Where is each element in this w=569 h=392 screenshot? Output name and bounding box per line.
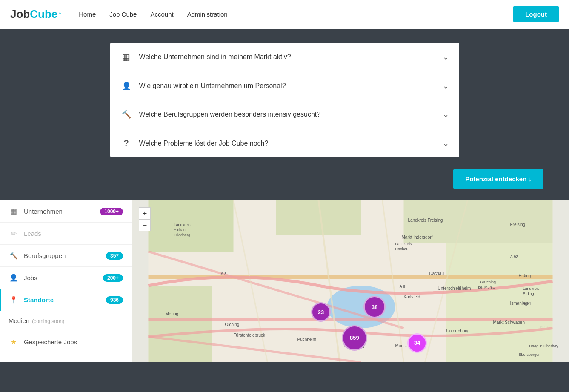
sidebar-item-jobs[interactable]: 👤 Jobs 200+ <box>0 267 132 289</box>
svg-text:bei Mün...: bei Mün... <box>478 285 495 289</box>
header: JobCube↑ Home Job Cube Account Administr… <box>0 0 569 29</box>
accordion-item-4: ? Welche Probleme löst der Job Cube noch… <box>110 129 459 157</box>
svg-text:Ismaning: Ismaning <box>510 301 528 306</box>
bottom-section: ▦ Unternehmen 1000+ ✏ Leads 🔨 Berufsgrup… <box>0 200 569 362</box>
sidebar-item-unternehmen[interactable]: ▦ Unternehmen 1000+ <box>0 200 132 223</box>
sidebar-item-berufsgruppen[interactable]: 🔨 Berufsgruppen 357 <box>0 245 132 267</box>
svg-text:Freising: Freising <box>510 222 526 227</box>
accordion-icon-2: 👤 <box>120 81 132 91</box>
svg-text:A 9: A 9 <box>400 284 406 289</box>
potenzial-button[interactable]: Potenzial entdecken ↓ <box>453 169 543 189</box>
sidebar-label-jobs: Jobs <box>24 274 103 281</box>
svg-text:Mering: Mering <box>166 312 179 316</box>
sidebar-label-leads: Leads <box>24 230 123 237</box>
map-cluster-34[interactable]: 34 <box>407 333 427 353</box>
badge-jobs: 200+ <box>103 274 123 282</box>
accordion-icon-1: ▦ <box>120 52 132 62</box>
chevron-icon-1: ⌄ <box>443 52 449 62</box>
svg-text:Landkreis Freising: Landkreis Freising <box>408 218 443 223</box>
svg-text:A 8: A 8 <box>221 272 227 276</box>
nav-job-cube[interactable]: Job Cube <box>109 11 137 18</box>
svg-text:Landkreis: Landkreis <box>523 286 540 291</box>
svg-text:Garching: Garching <box>480 280 496 284</box>
edit-icon: ✏ <box>9 229 19 237</box>
logo-cursor-icon: ↑ <box>57 9 62 19</box>
logo: JobCube↑ <box>10 8 62 21</box>
svg-text:Landkreis: Landkreis <box>174 223 191 227</box>
hammer-icon: 🔨 <box>9 252 19 260</box>
building-icon: ▦ <box>9 207 19 215</box>
svg-text:Karlsfeld: Karlsfeld <box>404 295 420 299</box>
svg-rect-1 <box>149 200 234 252</box>
sidebar: ▦ Unternehmen 1000+ ✏ Leads 🔨 Berufsgrup… <box>0 200 132 362</box>
nav-administration[interactable]: Administration <box>187 11 228 18</box>
svg-text:Fürstenfeldbruck: Fürstenfeldbruck <box>234 333 266 338</box>
svg-text:Dachau: Dachau <box>395 247 409 251</box>
svg-text:Unterfohring: Unterfohring <box>446 329 470 333</box>
accordion-icon-3: 🔨 <box>120 110 132 119</box>
sidebar-label-unternehmen: Unternehmen <box>24 208 100 215</box>
sidebar-item-leads[interactable]: ✏ Leads <box>0 223 132 245</box>
person-icon: 👤 <box>9 274 19 282</box>
logout-button[interactable]: Logout <box>513 6 559 22</box>
map-area: + − <box>132 200 569 362</box>
svg-text:Olching: Olching <box>225 322 240 327</box>
location-icon: 📍 <box>9 296 19 304</box>
chevron-icon-2: ⌄ <box>443 81 449 91</box>
star-icon: ★ <box>9 338 19 346</box>
sidebar-label-standorte: Standorte <box>24 296 106 303</box>
logo-cube-text: Cube <box>30 8 57 21</box>
map-zoom-in[interactable]: + <box>139 207 151 219</box>
main-content: ▦ Welche Unternehmen sind in meinem Mark… <box>0 29 569 362</box>
accordion-header-3[interactable]: 🔨 Welche Berufsgruppen werden besonders … <box>110 100 459 129</box>
svg-rect-4 <box>149 286 212 362</box>
accordion-header-1[interactable]: ▦ Welche Unternehmen sind in meinem Mark… <box>110 43 459 72</box>
badge-unternehmen: 1000+ <box>100 208 123 215</box>
svg-text:Erding: Erding <box>519 273 531 278</box>
sidebar-label-saved-jobs: Gespeicherte Jobs <box>24 338 123 346</box>
svg-text:Friedberg: Friedberg <box>174 233 191 237</box>
map-zoom-out[interactable]: − <box>139 219 151 231</box>
svg-text:Dachau: Dachau <box>429 271 444 276</box>
svg-text:Ebersberger: Ebersberger <box>519 352 540 357</box>
sidebar-item-standorte[interactable]: 📍 Standorte 936 <box>0 289 132 311</box>
svg-text:Unterschleißheim: Unterschleißheim <box>438 286 471 291</box>
chevron-icon-4: ⌄ <box>443 139 449 148</box>
svg-text:Markt Indersdorf: Markt Indersdorf <box>402 235 433 240</box>
map-controls: + − <box>139 207 151 231</box>
sidebar-item-saved-jobs[interactable]: ★ Gespeicherte Jobs <box>0 331 132 353</box>
chevron-icon-3: ⌄ <box>443 110 449 119</box>
accordion-item-2: 👤 Wie genau wirbt ein Unternehmen um Per… <box>110 72 459 100</box>
svg-text:Erding: Erding <box>523 292 534 296</box>
svg-text:A 92: A 92 <box>510 255 518 259</box>
accordion-item-1: ▦ Welche Unternehmen sind in meinem Mark… <box>110 43 459 72</box>
accordion-title-4: Welche Probleme löst der Job Cube noch? <box>139 140 269 147</box>
accordion-title-3: Welche Berufsgruppen werden besonders in… <box>139 111 321 118</box>
svg-text:Puchheim: Puchheim <box>297 337 316 342</box>
accordion-header-2[interactable]: 👤 Wie genau wirbt ein Unternehmen um Per… <box>110 72 459 100</box>
badge-standorte: 936 <box>106 296 123 304</box>
accordion: ▦ Welche Unternehmen sind in meinem Mark… <box>110 43 459 157</box>
svg-text:Poing: Poing <box>540 325 550 329</box>
potenzial-row: Potenzial entdecken ↓ <box>0 157 569 200</box>
svg-text:Markt Schwaben: Markt Schwaben <box>493 320 525 325</box>
accordion-title-2: Wie genau wirbt ein Unternehmen um Perso… <box>139 82 286 90</box>
accordion-header-4[interactable]: ? Welche Probleme löst der Job Cube noch… <box>110 129 459 157</box>
main-nav: Home Job Cube Account Administration <box>79 11 513 18</box>
medien-label: Medien <box>9 317 29 324</box>
svg-text:Landkreis: Landkreis <box>395 242 412 246</box>
sidebar-label-berufsgruppen: Berufsgruppen <box>24 252 106 259</box>
map-cluster-859[interactable]: 859 <box>342 325 367 351</box>
accordion-icon-4: ? <box>120 138 132 148</box>
logo-job-text: Job <box>10 8 30 21</box>
svg-text:Haag in Oberbay...: Haag in Oberbay... <box>529 344 561 348</box>
sidebar-item-medien: Medien(coming soon) <box>0 311 132 331</box>
accordion-title-1: Welche Unternehmen sind in meinem Markt … <box>139 53 291 61</box>
nav-account[interactable]: Account <box>150 11 173 18</box>
svg-text:Mün...: Mün... <box>395 343 407 348</box>
badge-berufsgruppen: 357 <box>106 252 123 260</box>
coming-soon-label: (coming soon) <box>32 318 64 324</box>
accordion-item-3: 🔨 Welche Berufsgruppen werden besonders … <box>110 100 459 129</box>
nav-home[interactable]: Home <box>79 11 96 18</box>
svg-text:Aichach-: Aichach- <box>174 228 189 232</box>
